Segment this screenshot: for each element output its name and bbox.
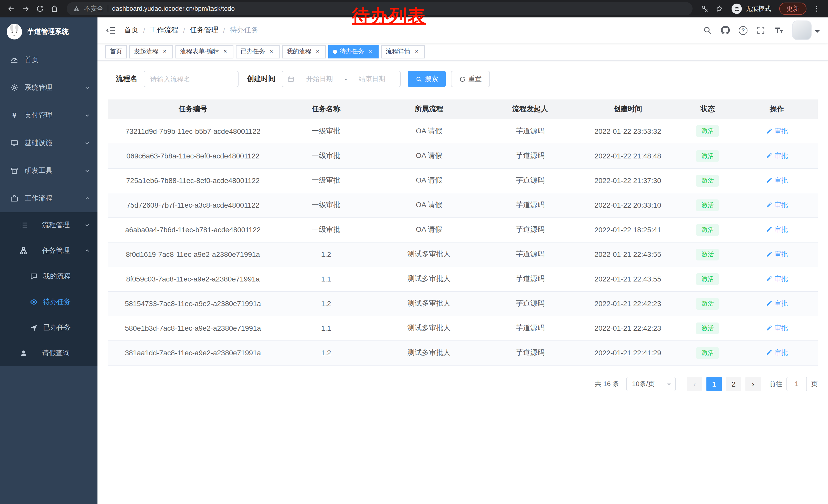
page-size-select[interactable]: 10条/页 — [626, 377, 676, 391]
cell-task-name: 一级审批 — [278, 144, 374, 168]
cell-created-at: 2022-01-21 22:42:23 — [576, 316, 679, 340]
sidebar-collapse-icon[interactable] — [106, 25, 116, 35]
cell-process: OA 请假 — [374, 193, 484, 217]
app-logo-row[interactable]: 芋道管理系统 — [0, 17, 97, 46]
help-icon[interactable]: ? — [739, 26, 747, 35]
view-tab[interactable]: 我的流程 × — [282, 45, 326, 58]
edit-icon — [766, 177, 773, 184]
sidebar-item-todo-tasks[interactable]: 待办任务 — [0, 289, 97, 315]
approve-link[interactable]: 审批 — [766, 274, 788, 283]
cell-task-id: 381aa1dd-7ac8-11ec-a9e2-a2380e71991a — [108, 340, 278, 365]
sidebar-item-label: 工作流程 — [25, 194, 52, 203]
cell-status: 激活 — [679, 242, 736, 267]
cell-task-name: 1.1 — [278, 267, 374, 291]
sidebar-item-my-process[interactable]: 我的流程 — [0, 264, 97, 289]
next-page-button[interactable]: › — [745, 377, 761, 391]
sidebar-item-system-mgmt[interactable]: 系统管理 — [0, 74, 97, 101]
breadcrumb-item[interactable]: 工作流程 — [150, 26, 178, 35]
page-1-button[interactable]: 1 — [706, 377, 722, 391]
key-icon[interactable] — [699, 3, 711, 15]
incognito-label: 无痕模式 — [745, 4, 771, 13]
reset-button-label: 重置 — [468, 74, 482, 84]
tab-close-icon[interactable]: × — [268, 48, 275, 55]
view-tab[interactable]: 待办任务 × — [328, 45, 379, 58]
tab-close-icon[interactable]: × — [314, 48, 321, 55]
sidebar-item-payment-mgmt[interactable]: ¥ 支付管理 — [0, 101, 97, 129]
table-row: 381aa1dd-7ac8-11ec-a9e2-a2380e71991a 1.2… — [108, 340, 818, 365]
cell-status: 激活 — [679, 291, 736, 316]
refresh-icon — [459, 76, 466, 82]
tab-close-icon[interactable]: × — [161, 48, 168, 55]
approve-link[interactable]: 审批 — [766, 299, 788, 308]
sidebar-item-leave-query[interactable]: 请假查询 — [0, 340, 97, 366]
tags-view: 首页 发起流程 × 流程表单-编辑 × 已办任务 × 我的流程 × 待办任务 ×… — [97, 43, 828, 60]
prev-page-button[interactable]: ‹ — [687, 377, 702, 391]
sidebar-item-dev-tools[interactable]: 研发工具 — [0, 157, 97, 185]
github-icon[interactable] — [721, 26, 730, 35]
goto-page-input[interactable] — [786, 377, 807, 391]
home-icon[interactable] — [48, 3, 60, 15]
approve-link[interactable]: 审批 — [766, 348, 788, 357]
cell-task-name: 一级审批 — [278, 217, 374, 242]
cell-initiator: 芋道源码 — [484, 340, 576, 365]
menu-dots-icon[interactable] — [811, 3, 823, 15]
approve-link[interactable]: 审批 — [766, 176, 788, 185]
user-menu[interactable] — [792, 20, 820, 40]
edit-icon — [766, 325, 773, 331]
create-time-label: 创建时间 — [247, 74, 276, 84]
approve-link[interactable]: 审批 — [766, 225, 788, 234]
sidebar-item-label: 首页 — [25, 55, 38, 64]
approve-link[interactable]: 审批 — [766, 200, 788, 210]
star-icon[interactable] — [713, 3, 726, 15]
tab-close-icon[interactable]: × — [367, 48, 374, 55]
page-2-button[interactable]: 2 — [726, 377, 741, 391]
view-tab[interactable]: 流程表单-编辑 × — [175, 45, 234, 58]
sidebar-item-workflow[interactable]: 工作流程 — [0, 185, 97, 212]
cell-status: 激活 — [679, 340, 736, 365]
search-icon[interactable] — [703, 26, 712, 35]
font-size-icon[interactable] — [774, 26, 783, 35]
update-button[interactable]: 更新 — [779, 3, 806, 15]
sidebar-item-label: 流程管理 — [42, 221, 70, 230]
sidebar-item-infrastructure[interactable]: 基础设施 — [0, 129, 97, 157]
chevron-down-icon — [84, 140, 90, 146]
column-header-initiator: 流程发起人 — [484, 99, 576, 119]
search-button[interactable]: 搜索 — [408, 71, 446, 87]
view-tab[interactable]: 发起流程 × — [129, 45, 173, 58]
cell-initiator: 芋道源码 — [484, 119, 576, 144]
view-tab[interactable]: 流程详情 × — [381, 45, 425, 58]
approve-link-label: 审批 — [775, 200, 788, 210]
view-tab[interactable]: 已办任务 × — [236, 45, 280, 58]
cell-process: OA 请假 — [374, 168, 484, 193]
cell-task-id: 8f0d1619-7ac8-11ec-a9e2-a2380e71991a — [108, 242, 278, 267]
toolbox-icon — [10, 167, 18, 175]
breadcrumb-item[interactable]: 任务管理 — [190, 26, 218, 35]
active-tab-dot — [333, 49, 337, 54]
reload-icon[interactable] — [34, 3, 46, 15]
tab-close-icon[interactable]: × — [413, 48, 420, 55]
breadcrumb-item[interactable]: 首页 — [124, 26, 138, 35]
cell-status: 激活 — [679, 168, 736, 193]
forward-icon[interactable] — [19, 3, 32, 15]
view-tab[interactable]: 首页 — [105, 45, 127, 58]
reset-button[interactable]: 重置 — [451, 71, 490, 87]
approve-link[interactable]: 审批 — [766, 250, 788, 259]
approve-link[interactable]: 审批 — [766, 126, 788, 136]
approve-link[interactable]: 审批 — [766, 151, 788, 161]
approve-link[interactable]: 审批 — [766, 324, 788, 333]
tab-close-icon[interactable]: × — [222, 48, 229, 55]
process-name-input[interactable] — [143, 71, 239, 87]
main-area: 首页 / 工作流程 / 任务管理 / 待办任务 ? 首 — [97, 17, 828, 504]
approve-link-label: 审批 — [775, 324, 788, 333]
sidebar-item-label: 任务管理 — [42, 246, 70, 255]
sidebar-item-home[interactable]: 首页 — [0, 46, 97, 74]
sidebar-item-task-mgmt[interactable]: 任务管理 — [0, 238, 97, 264]
sidebar-item-done-tasks[interactable]: 已办任务 — [0, 315, 97, 340]
back-icon[interactable] — [5, 3, 17, 15]
cell-process: 测试多审批人 — [374, 340, 484, 365]
date-range-picker[interactable]: 开始日期 - 结束日期 — [282, 71, 401, 87]
fullscreen-icon[interactable] — [756, 26, 765, 35]
url-text: dashboard.yudao.iocoder.cn/bpm/task/todo — [112, 5, 235, 12]
sidebar-item-process-mgmt[interactable]: 流程管理 — [0, 212, 97, 238]
search-icon — [416, 76, 422, 82]
